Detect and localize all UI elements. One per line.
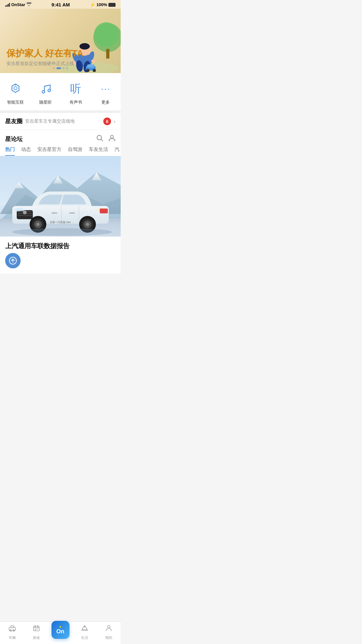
action-audiobook[interactable]: 听 有声书 [68,81,84,105]
search-icon[interactable] [96,135,103,143]
banner-pagination [53,67,68,69]
status-right: ⚡ 100% [90,2,116,7]
section-divider-1 [0,110,121,113]
report-section: 上汽通用车联数据报告 [0,237,121,274]
xing-you-quan-section[interactable]: 星友圈 安吉星车主专属交流领地 6 › [0,113,121,130]
quick-actions-section: 智能互联 随星听 听 有声书 ··· 更多 [0,73,121,110]
mountain-background: 全新一代君越 28H [0,156,121,237]
svg-point-1 [94,22,118,47]
more-icon: ··· [97,81,114,97]
action-more[interactable]: ··· 更多 [97,81,114,105]
forum-tabs: 热门 动态 安吉星官方 自驾游 车友生活 汽 [0,143,121,156]
status-time: 9:41 AM [51,2,70,7]
battery-icon [108,3,116,7]
promotional-banner[interactable]: 保护家人 好在有TA 安吉星首款定位智能硬件正式上线 [0,9,121,73]
audiobook-icon: 听 [68,81,84,97]
svg-text:全新一代君越 28H: 全新一代君越 28H [50,221,71,224]
svg-point-38 [23,210,27,214]
action-music[interactable]: 随星听 [38,81,54,105]
tab-hot[interactable]: 热门 [5,146,15,156]
report-icon [5,253,21,268]
tab-roadtrip[interactable]: 自驾游 [68,146,82,156]
svg-point-20 [42,90,45,93]
svg-rect-51 [69,212,75,214]
tab-carlife[interactable]: 车友生活 [89,146,108,156]
bluetooth-icon: ⚡ [90,2,95,7]
svg-rect-37 [18,215,32,216]
action-more-label: 更多 [101,99,110,105]
forum-action-icons [96,135,116,143]
svg-point-43 [36,223,40,226]
music-icon [38,81,54,97]
svg-point-17 [14,87,17,90]
tab-dynamic[interactable]: 动态 [21,146,31,156]
svg-point-12 [91,59,95,63]
svg-rect-39 [100,209,108,213]
svg-rect-50 [51,212,57,214]
action-smart-connect[interactable]: 智能互联 [7,81,24,105]
svg-line-23 [101,139,103,141]
xing-you-quan-title: 星友圈 [5,117,23,125]
forum-title: 星论坛 [5,135,23,143]
svg-point-15 [86,69,89,72]
report-title: 上汽通用车联数据报告 [5,242,116,250]
svg-point-53 [12,228,112,236]
dot-4 [66,67,68,69]
dot-3 [62,67,64,69]
banner-title: 保护家人 好在有TA [6,47,83,60]
chevron-right-icon: › [114,118,116,125]
wifi-icon [26,2,32,7]
tab-official[interactable]: 安吉星官方 [37,146,61,156]
dot-1 [53,67,55,69]
svg-rect-14 [87,64,94,68]
battery-percent: 100% [97,2,107,7]
svg-point-47 [86,223,89,226]
action-music-label: 随星听 [39,99,52,105]
notification-badge: 6 [103,117,111,125]
action-smart-label: 智能互联 [7,99,24,105]
person-icon[interactable] [108,135,116,143]
xing-you-quan-subtitle: 安吉星车主专属交流领地 [25,118,101,124]
action-audiobook-label: 有声书 [70,99,82,105]
svg-point-16 [93,69,96,72]
banner-content: 保护家人 好在有TA 安吉星首款定位智能硬件正式上线 [6,47,83,67]
status-bar: OnStar 9:41 AM ⚡ 100% [0,0,121,9]
svg-line-19 [44,85,50,86]
svg-point-21 [48,89,51,92]
car-image-section[interactable]: 全新一代君越 28H [0,156,121,237]
smart-connect-icon [7,81,23,97]
signal-icon [5,3,10,7]
svg-point-24 [111,135,114,138]
dot-2 [56,67,61,69]
carrier-label: OnStar [11,2,25,7]
tab-more[interactable]: 汽 [115,146,119,156]
forum-header: 星论坛 [0,130,121,143]
banner-subtitle: 安吉星首款定位智能硬件正式上线 [6,61,83,67]
status-left: OnStar [5,2,32,7]
svg-rect-2 [106,49,109,59]
